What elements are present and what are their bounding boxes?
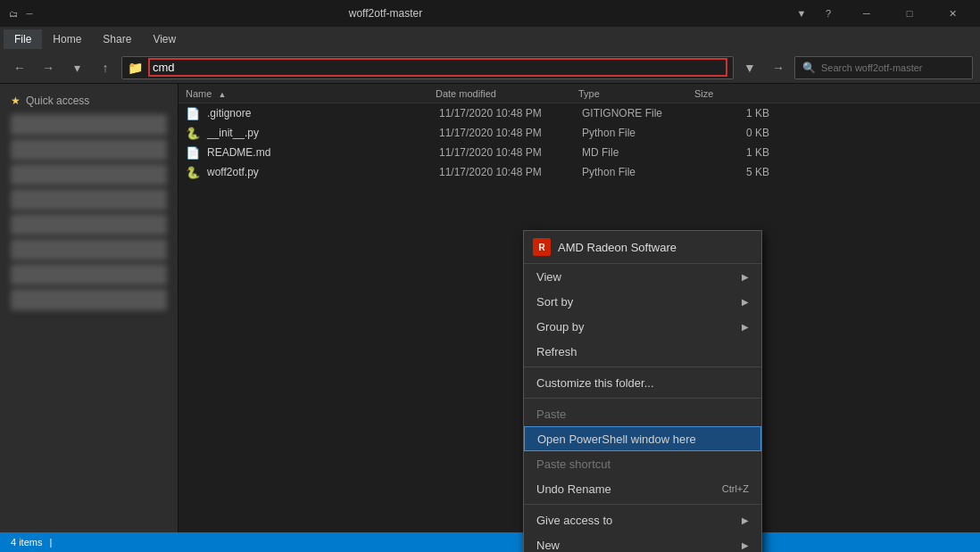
chevron-right-icon: ▶	[742, 322, 749, 332]
address-dropdown-button[interactable]: ▼	[737, 55, 762, 80]
status-separator: |	[49, 537, 52, 548]
file-list-header: Name ▲ Date modified Type Size	[179, 84, 980, 103]
ctx-separator-2	[524, 398, 761, 399]
ctx-label-sort-by: Sort by	[536, 295, 742, 309]
search-input[interactable]	[821, 62, 965, 73]
file-name: README.md	[207, 146, 439, 159]
ribbon-helper: ▼ ?	[789, 4, 841, 23]
quick-access-header[interactable]: ★ Quick access	[0, 91, 178, 111]
sidebar-item-blurred-8	[11, 289, 167, 310]
minimize-button[interactable]: ─	[846, 0, 887, 27]
window-title: woff2otf-master	[0, 7, 784, 20]
table-row[interactable]: 🐍 woff2otf.py 11/17/2020 10:48 PM Python…	[179, 162, 980, 182]
ctx-item-customize[interactable]: Customize this folder...	[524, 370, 761, 395]
ctx-label-customize: Customize this folder...	[536, 376, 749, 390]
address-forward-button[interactable]: →	[766, 55, 791, 80]
col-size-header[interactable]: Size	[694, 88, 766, 99]
col-type-header[interactable]: Type	[578, 88, 694, 99]
maximize-button[interactable]: □	[889, 0, 930, 27]
item-count: 4 items	[11, 537, 42, 548]
amd-icon: R	[533, 238, 551, 256]
sidebar-item-blurred-3	[11, 164, 167, 185]
status-bar: 4 items |	[0, 532, 980, 552]
ctx-separator-1	[524, 367, 761, 367]
file-icon-woff2otf: 🐍	[186, 166, 200, 179]
tab-view[interactable]: View	[142, 29, 187, 49]
amd-label: AMD Radeon Software	[558, 241, 677, 254]
col-name-header[interactable]: Name ▲	[186, 88, 436, 99]
forward-button[interactable]: →	[36, 55, 61, 80]
table-row[interactable]: 📄 README.md 11/17/2020 10:48 PM MD File …	[179, 143, 980, 162]
file-name: __init__.py	[207, 127, 439, 139]
file-date: 11/17/2020 10:48 PM	[439, 127, 582, 139]
ctx-separator-3	[524, 504, 761, 505]
dropdown-btn[interactable]: ▼	[789, 4, 814, 23]
ctx-label-give-access: Give access to	[536, 514, 742, 527]
file-icon-init: 🐍	[186, 127, 200, 140]
folder-icon: 📁	[128, 61, 143, 75]
file-icon-readme: 📄	[186, 146, 200, 160]
search-icon: 🔍	[802, 62, 816, 74]
ctx-item-view[interactable]: View ▶	[524, 264, 761, 289]
ctx-item-paste-shortcut: Paste shortcut	[524, 451, 761, 476]
file-size: 5 KB	[698, 166, 769, 178]
file-size: 0 KB	[698, 127, 769, 139]
sidebar-item-blurred-2	[11, 139, 167, 161]
tab-home[interactable]: Home	[42, 29, 92, 49]
recent-button[interactable]: ▾	[64, 55, 89, 80]
col-date-header[interactable]: Date modified	[436, 88, 578, 99]
ctx-item-sort-by[interactable]: Sort by ▶	[524, 289, 761, 314]
file-date: 11/17/2020 10:48 PM	[439, 166, 582, 178]
file-date: 11/17/2020 10:48 PM	[439, 107, 582, 119]
tab-share[interactable]: Share	[92, 29, 142, 49]
ctx-label-new: New	[536, 539, 742, 552]
file-date: 11/17/2020 10:48 PM	[439, 146, 582, 159]
ctx-item-paste: Paste	[524, 401, 761, 426]
sidebar-item-blurred-6	[11, 239, 167, 260]
search-bar: 🔍	[794, 56, 973, 79]
chevron-right-icon: ▶	[742, 540, 749, 550]
title-bar-controls: ─ □ ✕	[846, 0, 973, 27]
context-menu-header: R AMD Radeon Software	[524, 231, 761, 264]
ctx-label-group-by: Group by	[536, 320, 742, 334]
sidebar-item-blurred-5	[11, 214, 167, 235]
file-name: woff2otf.py	[207, 166, 439, 178]
quick-access-label: Quick access	[26, 95, 89, 107]
ctx-label-refresh: Refresh	[536, 345, 749, 358]
back-button[interactable]: ←	[7, 55, 32, 80]
file-type: GITIGNORE File	[582, 107, 698, 119]
close-button[interactable]: ✕	[932, 0, 973, 27]
ctx-item-give-access[interactable]: Give access to ▶	[524, 507, 761, 532]
table-row[interactable]: 🐍 __init__.py 11/17/2020 10:48 PM Python…	[179, 123, 980, 143]
table-row[interactable]: 📄 .gitignore 11/17/2020 10:48 PM GITIGNO…	[179, 103, 980, 123]
nav-bar: ← → ▾ ↑ 📁 ▼ → 🔍	[0, 52, 980, 84]
address-input[interactable]	[148, 58, 727, 77]
sidebar-item-blurred-7	[11, 264, 167, 285]
ctx-label-paste: Paste	[536, 408, 749, 421]
file-icon-gitignore: 📄	[186, 107, 200, 120]
main-layout: ★ Quick access Name ▲ Date modified Type…	[0, 84, 980, 532]
sidebar-item-blurred-4	[11, 189, 167, 210]
chevron-right-icon: ▶	[742, 297, 749, 307]
title-bar: 🗂 ─ woff2otf-master ▼ ? ─ □ ✕	[0, 0, 980, 27]
ctx-label-view: View	[536, 270, 742, 284]
ctx-item-undo-rename[interactable]: Undo Rename Ctrl+Z	[524, 476, 761, 501]
ctx-item-refresh[interactable]: Refresh	[524, 339, 761, 364]
star-icon: ★	[11, 95, 21, 107]
ctx-item-open-powershell[interactable]: Open PowerShell window here	[524, 426, 761, 451]
tab-file[interactable]: File	[4, 29, 42, 49]
sidebar-item-blurred-1	[11, 114, 167, 136]
file-type: MD File	[582, 146, 698, 159]
ctx-item-group-by[interactable]: Group by ▶	[524, 314, 761, 339]
up-button[interactable]: ↑	[93, 55, 118, 80]
ctx-item-new[interactable]: New ▶	[524, 532, 761, 552]
ribbon: File Home Share View	[0, 27, 980, 52]
chevron-right-icon: ▶	[742, 515, 749, 525]
ctx-label-undo-rename: Undo Rename	[536, 482, 722, 496]
ribbon-tabs: File Home Share View	[0, 27, 980, 52]
file-size: 1 KB	[698, 107, 769, 119]
ctx-shortcut-undo: Ctrl+Z	[722, 483, 749, 494]
ctx-label-paste-shortcut: Paste shortcut	[536, 457, 749, 471]
help-btn[interactable]: ?	[816, 4, 841, 23]
address-bar: 📁	[121, 56, 734, 79]
